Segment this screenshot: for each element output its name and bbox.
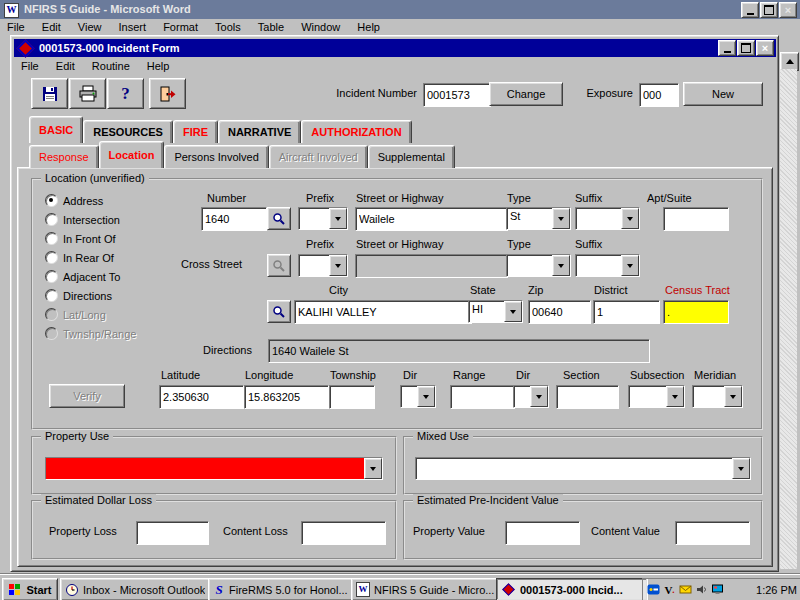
chevron-down-icon[interactable] bbox=[552, 255, 570, 276]
latitude-field[interactable] bbox=[159, 385, 244, 409]
state-select[interactable]: HI bbox=[468, 300, 523, 323]
save-button[interactable] bbox=[31, 78, 68, 109]
chevron-down-icon[interactable] bbox=[364, 458, 382, 479]
meridian-select[interactable] bbox=[692, 385, 743, 408]
word-menu-format[interactable]: Format bbox=[156, 19, 205, 35]
taskbar-item-incident-form[interactable]: 0001573-000 Incid... bbox=[496, 578, 648, 600]
longitude-field[interactable] bbox=[244, 385, 329, 409]
street-lookup-button[interactable] bbox=[267, 207, 291, 230]
tray-icon-display[interactable] bbox=[710, 582, 725, 597]
mixed-use-select[interactable] bbox=[415, 457, 751, 480]
chevron-down-icon[interactable] bbox=[329, 255, 347, 276]
help-button[interactable]: ? bbox=[107, 78, 144, 109]
dir1-select[interactable] bbox=[400, 385, 436, 408]
exposure-field[interactable] bbox=[639, 83, 679, 107]
property-loss-field[interactable] bbox=[136, 521, 209, 545]
chevron-down-icon[interactable] bbox=[621, 255, 639, 276]
word-menu-edit[interactable]: Edit bbox=[35, 19, 68, 35]
dialog-close-button[interactable]: × bbox=[756, 40, 774, 56]
taskbar-item-outlook[interactable]: Inbox - Microsoft Outlook bbox=[60, 578, 215, 600]
word-menu-tools[interactable]: Tools bbox=[208, 19, 248, 35]
tab-response[interactable]: Response bbox=[29, 145, 99, 168]
directions-field[interactable] bbox=[268, 339, 650, 363]
radio-intersection[interactable]: Intersection bbox=[45, 213, 120, 226]
property-value-field[interactable] bbox=[505, 521, 580, 545]
cross-suffix-select[interactable] bbox=[575, 254, 640, 277]
word-menu-insert[interactable]: Insert bbox=[112, 19, 154, 35]
dialog-maximize-button[interactable] bbox=[737, 40, 755, 56]
word-maximize-button[interactable] bbox=[760, 2, 778, 18]
dialog-minimize-button[interactable] bbox=[718, 40, 736, 56]
prefix-select[interactable] bbox=[298, 207, 348, 230]
chevron-down-icon[interactable] bbox=[504, 301, 522, 322]
chevron-down-icon[interactable] bbox=[552, 208, 570, 229]
suffix-select[interactable] bbox=[575, 207, 640, 230]
dir2-select[interactable] bbox=[513, 385, 549, 408]
range-field[interactable] bbox=[450, 385, 515, 409]
dialog-menu-edit[interactable]: Edit bbox=[49, 58, 82, 74]
content-value-field[interactable] bbox=[675, 521, 750, 545]
cross-type-select[interactable] bbox=[506, 254, 571, 277]
zip-field[interactable] bbox=[528, 300, 591, 324]
tab-narrative[interactable]: NARRATIVE bbox=[218, 120, 301, 143]
incident-number-field[interactable] bbox=[423, 83, 491, 107]
tab-supplemental[interactable]: Supplemental bbox=[368, 145, 455, 168]
radio-adjacent-to[interactable]: Adjacent To bbox=[45, 270, 120, 283]
start-button[interactable]: Start bbox=[2, 578, 58, 600]
chevron-down-icon[interactable] bbox=[666, 386, 684, 407]
word-menu-window[interactable]: Window bbox=[294, 19, 347, 35]
dialog-menu-routine[interactable]: Routine bbox=[85, 58, 137, 74]
chevron-down-icon[interactable] bbox=[417, 386, 435, 407]
taskbar-item-firerms[interactable]: S FireRMS 5.0 for Honol... bbox=[208, 578, 358, 600]
city-lookup-button[interactable] bbox=[267, 300, 291, 323]
print-button[interactable] bbox=[69, 78, 106, 109]
tray-icon-speaker[interactable] bbox=[694, 582, 709, 597]
radio-in-rear-of[interactable]: In Rear Of bbox=[45, 251, 114, 264]
township-field[interactable] bbox=[329, 385, 375, 409]
district-field[interactable] bbox=[593, 300, 660, 324]
tab-location[interactable]: Location bbox=[99, 141, 165, 168]
cross-prefix-select[interactable] bbox=[298, 254, 348, 277]
tab-fire[interactable]: FIRE bbox=[173, 120, 218, 143]
radio-directions[interactable]: Directions bbox=[45, 289, 112, 302]
word-menu-help[interactable]: Help bbox=[350, 19, 387, 35]
word-menu-file[interactable]: File bbox=[0, 19, 32, 35]
taskbar-item-word[interactable]: W NFIRS 5 Guide - Micro... bbox=[351, 578, 503, 600]
tab-persons-involved[interactable]: Persons Involved bbox=[164, 145, 268, 168]
subsection-select[interactable] bbox=[628, 385, 685, 408]
word-menu-table[interactable]: Table bbox=[251, 19, 291, 35]
chevron-down-icon[interactable] bbox=[329, 208, 347, 229]
city-field[interactable] bbox=[294, 300, 472, 324]
chevron-down-icon[interactable] bbox=[724, 386, 742, 407]
new-button[interactable]: New bbox=[683, 82, 763, 106]
tray-icon-3[interactable] bbox=[678, 582, 693, 597]
tab-basic[interactable]: BASIC bbox=[29, 116, 83, 143]
dialog-menu-help[interactable]: Help bbox=[140, 58, 177, 74]
content-loss-field[interactable] bbox=[301, 521, 386, 545]
property-use-select[interactable] bbox=[45, 457, 383, 480]
chevron-down-icon[interactable] bbox=[621, 208, 639, 229]
dialog-menu-file[interactable]: File bbox=[14, 58, 46, 74]
tab-aircraft-involved[interactable]: Aircraft Involved bbox=[269, 145, 368, 168]
radio-in-front-of[interactable]: In Front Of bbox=[45, 232, 116, 245]
exit-button[interactable] bbox=[149, 78, 186, 109]
street-number-field[interactable] bbox=[201, 207, 267, 231]
chevron-down-icon[interactable] bbox=[530, 386, 548, 407]
census-tract-field[interactable] bbox=[663, 300, 729, 324]
street-type-select[interactable]: St bbox=[506, 207, 571, 230]
tray-icon-1[interactable] bbox=[646, 582, 661, 597]
tab-authorization[interactable]: AUTHORIZATION bbox=[301, 120, 411, 143]
tab-resources[interactable]: RESOURCES bbox=[83, 120, 173, 143]
section-field[interactable] bbox=[556, 385, 619, 409]
radio-address[interactable]: Address bbox=[45, 194, 103, 207]
word-minimize-button[interactable] bbox=[741, 2, 759, 18]
chevron-down-icon[interactable] bbox=[732, 458, 750, 479]
cross-street-lookup-button[interactable] bbox=[267, 254, 291, 277]
tray-icon-2[interactable]: V. bbox=[662, 582, 677, 597]
street-name-field[interactable] bbox=[355, 207, 508, 231]
scrollbar-track[interactable] bbox=[780, 69, 797, 569]
change-button[interactable]: Change bbox=[489, 82, 563, 106]
word-menu-view[interactable]: View bbox=[71, 19, 109, 35]
word-close-button[interactable]: × bbox=[779, 2, 797, 18]
apt-suite-field[interactable] bbox=[663, 207, 729, 231]
